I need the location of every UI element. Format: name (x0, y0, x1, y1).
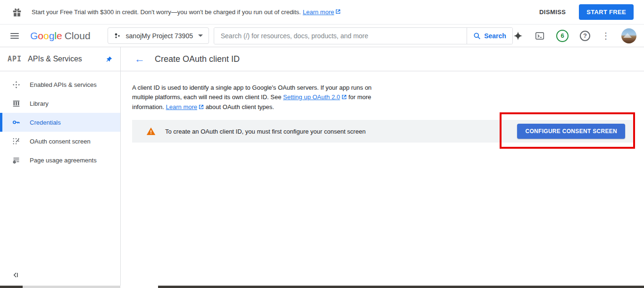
dismiss-button[interactable]: DISMISS (536, 5, 569, 19)
warning-text: To create an OAuth client ID, you must f… (165, 128, 366, 135)
project-icon (114, 32, 121, 40)
consent-screen-icon (12, 137, 20, 145)
search-bar: Search (214, 27, 513, 44)
api-product-icon: API (8, 55, 22, 63)
external-link-icon (342, 93, 347, 102)
configure-consent-screen-button[interactable]: CONFIGURE CONSENT SCREEN (517, 124, 625, 139)
page-title: Create OAuth client ID (155, 54, 240, 64)
search-button[interactable]: Search (467, 28, 512, 44)
sidebar-item-enabled-apis[interactable]: Enabled APIs & services (0, 75, 120, 94)
scrollbar-thumb-main[interactable] (158, 286, 644, 288)
sidebar-item-oauth-consent[interactable]: OAuth consent screen (0, 132, 120, 151)
sidebar-item-page-usage-agreements[interactable]: Page usage agreements (0, 151, 120, 169)
horizontal-scrollbar (0, 286, 644, 288)
project-selector[interactable]: sanojMy Project 73905 (108, 27, 209, 44)
gemini-sparkle-icon[interactable] (513, 31, 523, 41)
trial-message: Start your Free Trial with $300 in credi… (32, 8, 301, 16)
key-icon (12, 118, 20, 127)
agreements-icon (12, 156, 20, 164)
project-name: sanojMy Project 73905 (126, 32, 193, 40)
search-icon (473, 32, 481, 40)
learn-more-link[interactable]: Learn more (166, 103, 204, 110)
external-link-icon (335, 8, 341, 16)
chevron-down-icon (198, 34, 203, 37)
cloud-shell-icon[interactable] (535, 31, 545, 41)
search-input[interactable] (214, 28, 467, 44)
notifications-count-badge[interactable]: 6 (556, 30, 569, 42)
sidebar-nav: Enabled APIs & services Library (0, 71, 120, 169)
scrollbar-thumb-left[interactable] (0, 286, 23, 288)
external-link-icon (199, 103, 204, 112)
sidebar: API APIs & Services Enabled APIs & servi… (0, 47, 121, 288)
setting-up-oauth-link[interactable]: Setting up OAuth 2.0 (283, 93, 347, 101)
page-header: ← Create OAuth client ID (121, 47, 644, 71)
start-free-button[interactable]: START FREE (579, 4, 634, 20)
consent-warning-banner: To create an OAuth client ID, you must f… (132, 120, 635, 143)
sidebar-title: APIs & Services (28, 55, 106, 63)
avatar[interactable] (621, 28, 636, 43)
scrollbar-gap (120, 286, 158, 288)
trial-learn-more-link[interactable]: Learn more (303, 8, 341, 16)
sidebar-item-credentials[interactable]: Credentials (0, 113, 120, 132)
sidebar-item-library[interactable]: Library (0, 94, 120, 113)
gift-icon (12, 7, 22, 17)
library-icon (12, 99, 20, 108)
client-id-description: A client ID is used to identify a single… (132, 83, 377, 112)
free-trial-banner: Start your Free Trial with $300 in credi… (0, 0, 644, 25)
overflow-menu-icon[interactable]: ⋮ (602, 32, 610, 40)
main-content: ← Create OAuth client ID A client ID is … (121, 47, 644, 288)
google-cloud-logo[interactable]: G o o g l e Cloud (30, 30, 91, 42)
back-arrow-icon[interactable]: ← (134, 54, 145, 64)
collapse-sidebar-button[interactable] (11, 271, 20, 281)
sidebar-header: API APIs & Services (0, 47, 120, 71)
scrollbar-track (23, 286, 120, 288)
warning-icon (146, 127, 156, 136)
app-header: G o o g l e Cloud sanojMy Project 73905 … (0, 25, 644, 47)
dashboard-icon (12, 80, 20, 89)
help-icon[interactable]: ? (580, 31, 590, 41)
hamburger-menu-icon[interactable] (10, 33, 19, 39)
pin-icon[interactable] (106, 56, 113, 63)
